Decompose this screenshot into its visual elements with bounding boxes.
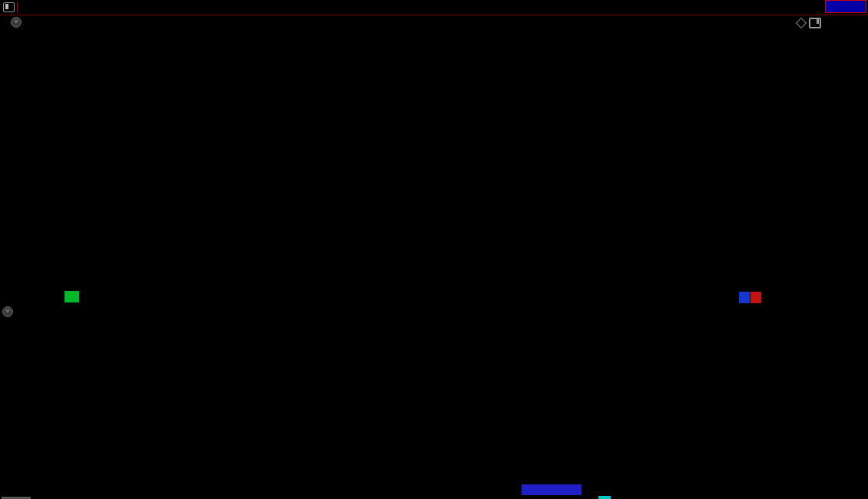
zhang-badge [750,292,761,303]
candlestick-and-indicator-plot[interactable] [0,0,868,499]
selected-date-highlight [522,484,581,495]
statusbar-fragment-cyan [598,496,611,499]
indicator-chevron-down-icon[interactable]: ˅ [2,306,13,317]
fall-badge [65,291,79,302]
trading-app-window: ˅ ˅ [0,0,868,499]
cai-badge [739,292,750,303]
last-price-tag [825,0,866,13]
indicator-header: ˅ [2,306,24,318]
